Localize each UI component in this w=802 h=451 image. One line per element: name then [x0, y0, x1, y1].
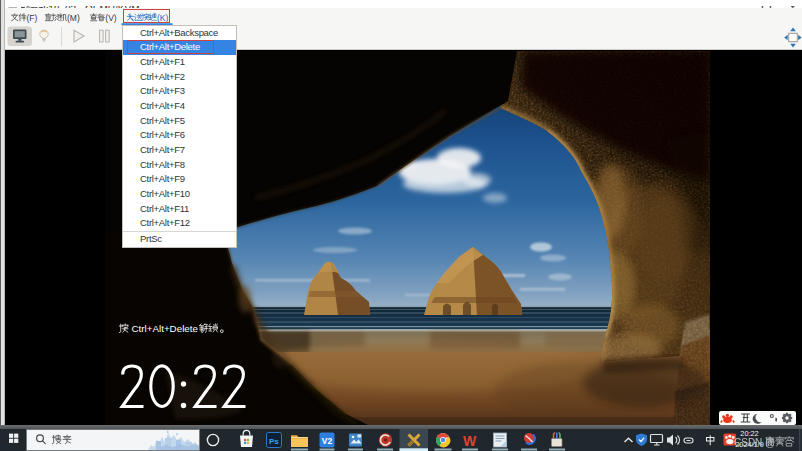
svg-text:W: W [463, 433, 477, 449]
svg-text:(M): (M) [67, 13, 80, 23]
svg-text:V2: V2 [322, 436, 333, 446]
svg-text:Ctrl+Alt+Delete: Ctrl+Alt+Delete [132, 323, 199, 334]
svg-text:(F): (F) [26, 13, 37, 23]
svg-text:(V): (V) [105, 13, 117, 23]
svg-text:Ps: Ps [269, 437, 279, 446]
